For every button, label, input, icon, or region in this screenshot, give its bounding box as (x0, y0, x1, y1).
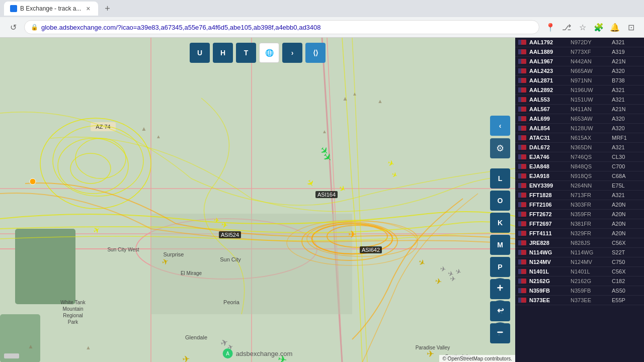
list-item[interactable]: EJA746 N746QS CL30 (515, 152, 644, 162)
t-button[interactable]: T (236, 43, 256, 63)
active-tab[interactable]: B Exchange - track a... × (4, 2, 98, 16)
callsign: N124MV (529, 259, 570, 265)
aircraft-type: A321 (612, 87, 640, 93)
nav-o-button[interactable]: O (490, 191, 510, 211)
aircraft-type: A20N (612, 230, 640, 236)
list-item[interactable]: N373EE N373EE E55P (515, 296, 644, 305)
list-item[interactable]: AAL854 N128UW A320 (515, 124, 644, 133)
bookmark-button[interactable]: ☆ (576, 20, 590, 34)
registration: N359FR (571, 211, 611, 217)
list-item[interactable]: ATAC31 N615AX MRF1 (515, 133, 644, 143)
svg-text:Sun City: Sun City (220, 256, 241, 262)
registration: N329FR (571, 230, 611, 236)
list-item[interactable]: ENY3399 N264NN E75L (515, 181, 644, 191)
list-item[interactable]: N1401L N1401L C56X (515, 267, 644, 277)
back-button[interactable]: ↺ (6, 20, 20, 34)
aircraft-type: C56X (612, 268, 640, 275)
callsign: AAL2892 (529, 87, 570, 93)
list-item[interactable]: FFT2672 N359FR A20N (515, 210, 644, 219)
list-item[interactable]: AAL1792 N972DY A321 (515, 38, 644, 47)
registration: N713FR (571, 192, 611, 198)
zoom-in-button[interactable]: + (490, 278, 510, 298)
callsign: JRE828 (529, 240, 570, 246)
aircraft-type: A320 (612, 116, 640, 122)
flag-icon (518, 193, 526, 198)
list-item[interactable]: FFT1828 N713FR A321 (515, 191, 644, 200)
aircraft-type: B738 (612, 77, 640, 83)
callsign: N359FB (529, 288, 570, 294)
list-item[interactable]: DAL672 N365DN A321 (515, 143, 644, 152)
list-item[interactable]: N114WG N114WG S22T (515, 248, 644, 257)
list-item[interactable]: JRE828 N828JS C56X (515, 238, 644, 248)
share-button[interactable]: ⎇ (559, 20, 574, 34)
svg-text:Sun City West: Sun City West (107, 247, 139, 252)
arrow-right-button[interactable]: › (282, 43, 302, 63)
nav-m-button[interactable]: M (490, 235, 510, 255)
notifications-button[interactable]: 🔔 (608, 20, 622, 34)
list-item[interactable]: EJA918 N918QS C68A (515, 171, 644, 181)
url-field[interactable]: 🔒 globe.adsbexchange.com/?icao=a39e83,a6… (24, 20, 539, 34)
svg-text:Peoria: Peoria (223, 299, 240, 305)
map-top-controls: U H T 🌐 › ⟨⟩ (190, 43, 326, 63)
u-button[interactable]: U (190, 43, 210, 63)
svg-text:▲: ▲ (377, 98, 383, 104)
registration: N828JS (571, 240, 611, 246)
extensions-button[interactable]: 🧩 (592, 20, 606, 34)
url-text: globe.adsbexchange.com/?icao=a39e83,a673… (41, 24, 533, 31)
registration: N1401L (571, 268, 611, 275)
flag-icon (518, 288, 526, 293)
settings-button[interactable]: ⚙ (490, 138, 510, 158)
arrow-left-button[interactable]: ‹ (490, 116, 510, 136)
callsign: ATAC31 (529, 135, 570, 141)
aircraft-type: A20N (612, 211, 640, 217)
list-item[interactable]: FFT4111 N329FR A20N (515, 229, 644, 238)
registration: N411AN (571, 106, 611, 112)
svg-text:✈: ✈ (348, 229, 357, 240)
list-item[interactable]: AAL2892 N196UW A321 (515, 85, 644, 95)
list-item[interactable]: FFT2697 N381FR A20N (515, 219, 644, 229)
location-button[interactable]: 📍 (543, 20, 557, 34)
list-item[interactable]: N124MV N124MV C750 (515, 257, 644, 267)
callsign: FFT2697 (529, 221, 570, 227)
map-area[interactable]: AZ 74 (0, 38, 515, 362)
pan-button[interactable]: ↩ (490, 300, 510, 320)
map-svg: AZ 74 (0, 38, 515, 362)
list-item[interactable]: AAL567 N411AN A21N (515, 105, 644, 114)
nav-l-button[interactable]: L (490, 168, 510, 189)
flag-icon (518, 212, 526, 217)
list-item[interactable]: AAL2871 N971NN B738 (515, 76, 644, 85)
flag-icon (518, 173, 526, 178)
callsign: AAL1792 (529, 39, 570, 45)
registration: N918QS (571, 173, 611, 179)
registration: N848QS (571, 163, 611, 169)
aircraft-type: C182 (612, 278, 640, 284)
aircraft-type: AS50 (612, 288, 640, 294)
list-item[interactable]: FFT2106 N303FR A20N (515, 200, 644, 210)
nav-k-button[interactable]: K (490, 213, 510, 233)
list-item[interactable]: N2162G N2162G C182 (515, 277, 644, 286)
list-item[interactable]: N359FB N359FB AS50 (515, 286, 644, 296)
list-item[interactable]: AAL553 N151UW A321 (515, 95, 644, 105)
list-item[interactable]: EJA848 N848QS C700 (515, 162, 644, 171)
h-button[interactable]: H (213, 43, 233, 63)
svg-text:Mountain: Mountain (62, 306, 83, 312)
tab-close-button[interactable]: × (84, 5, 92, 13)
svg-text:▲: ▲ (156, 134, 161, 139)
list-item[interactable]: AAL699 N653AW A320 (515, 114, 644, 124)
list-item[interactable]: AAL1889 N773XF A319 (515, 47, 644, 57)
list-item[interactable]: AAL1967 N442AN A21N (515, 57, 644, 66)
svg-text:▲: ▲ (28, 343, 34, 350)
list-item[interactable]: AAL2423 N665AW A320 (515, 66, 644, 76)
registration: N373EE (571, 297, 611, 303)
new-tab-button[interactable]: + (100, 2, 114, 16)
aircraft-type: A321 (612, 97, 640, 103)
arrow-toggle-button[interactable]: ⟨⟩ (305, 43, 326, 63)
svg-text:✈: ✈ (182, 353, 190, 362)
callsign: AAL553 (529, 97, 570, 103)
callsign: N2162G (529, 278, 570, 284)
menu-button[interactable]: ⊡ (624, 20, 638, 34)
zoom-out-button[interactable]: − (490, 322, 510, 342)
registration: N971NN (571, 77, 611, 83)
nav-p-button[interactable]: P (490, 257, 510, 277)
globe-button[interactable]: 🌐 (259, 43, 279, 63)
